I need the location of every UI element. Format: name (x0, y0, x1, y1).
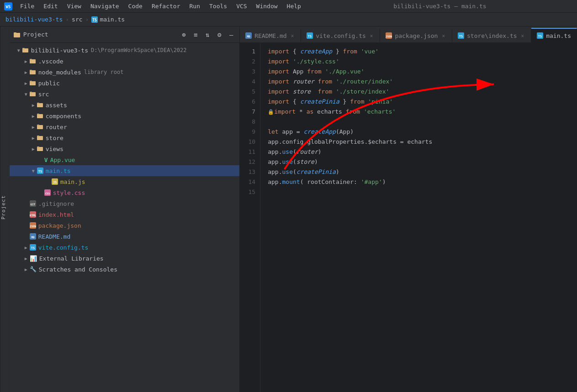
tree-item-style-css[interactable]: CSS style.css (10, 187, 239, 198)
menu-code[interactable]: Code (125, 2, 146, 10)
code-line-10: app.config.globalProperties.$echarts = e… (268, 137, 570, 147)
settings-icon[interactable]: ⚙ (215, 30, 224, 39)
code-line-4: import router from './router/index' (268, 77, 570, 87)
tree-item-app-vue[interactable]: V App.vue (10, 154, 239, 165)
code-line-3: import App from './App.vue' (268, 67, 570, 77)
app-logo: WS (4, 2, 13, 11)
src-arrow: ▼ (22, 92, 30, 97)
code-line-2: import './style.css' (268, 57, 570, 67)
tree-scratches[interactable]: ▶ 🔧 Scratches and Consoles (10, 264, 239, 275)
tree-item-vscode[interactable]: ▶ .vscode (10, 56, 239, 67)
tree-item-components[interactable]: ▶ components (10, 110, 239, 121)
locate-icon[interactable]: ⊕ (179, 30, 188, 39)
tree-external-libraries[interactable]: ▶ 📊 External Libraries (10, 253, 239, 264)
window-title: bilibili-vue3-ts – main.ts (307, 3, 573, 10)
menu-help[interactable]: Help (283, 2, 305, 10)
svg-text:MD: MD (31, 235, 35, 239)
svg-text:WS: WS (6, 5, 11, 9)
tree-item-gitignore[interactable]: GIT .gitignore (10, 198, 239, 209)
tree-root[interactable]: ▼ bilibili-vue3-ts D:\ProgramWorkSpace\I… (10, 45, 239, 56)
tree-item-package-json[interactable]: JSON package.json (10, 220, 239, 231)
breadcrumb-project[interactable]: bilibili-vue3-ts (5, 16, 63, 23)
tab-store-index[interactable]: TS store\index.ts ✕ (452, 29, 531, 42)
ext-libs-arrow: ▶ (22, 256, 30, 261)
menu-edit[interactable]: Edit (40, 2, 61, 10)
collapse-icon[interactable]: ≡ (191, 30, 200, 39)
line-num-15: 15 (240, 187, 255, 197)
tree-item-router[interactable]: ▶ router (10, 121, 239, 132)
line-num-8: 8 (240, 117, 255, 127)
line-num-1: 1 (240, 47, 255, 57)
scratches-arrow: ▶ (22, 267, 30, 272)
svg-text:TS: TS (538, 35, 542, 38)
style-css-label: style.css (53, 189, 85, 196)
tab-main-ts[interactable]: TS main.ts (531, 28, 577, 42)
node-modules-badge: library root (84, 69, 124, 75)
tree-item-node-modules[interactable]: ▶ node_modules library root (10, 67, 239, 78)
line-num-6: 6 (240, 97, 255, 107)
svg-rect-17 (37, 103, 39, 104)
close-panel-icon[interactable]: — (227, 30, 236, 39)
menu-file[interactable]: File (16, 2, 38, 10)
index-html-label: index.html (38, 211, 74, 218)
menu-window[interactable]: Window (253, 2, 281, 10)
svg-rect-23 (37, 136, 39, 137)
svg-rect-15 (30, 92, 32, 93)
tab-vite-config-label: vite.config.ts (316, 32, 366, 39)
tree-item-main-js[interactable]: JS main.js (10, 176, 239, 187)
tree-item-views[interactable]: ▶ views (10, 143, 239, 154)
tab-readme[interactable]: MD README.md ✕ (240, 29, 301, 42)
side-panel-label: Project (0, 26, 10, 392)
menu-vcs[interactable]: VCS (233, 2, 250, 10)
line-num-13: 13 (240, 167, 255, 177)
tree-item-src[interactable]: ▼ src (10, 89, 239, 99)
tab-package-json[interactable]: JSON package.json ✕ (380, 29, 452, 42)
readme-label: README.md (38, 233, 70, 240)
tab-vite-config-close[interactable]: ✕ (369, 32, 375, 39)
tree-item-assets[interactable]: ▶ assets (10, 99, 239, 110)
gitignore-label: .gitignore (38, 200, 74, 207)
app-vue-label: App.vue (50, 157, 75, 163)
tree-item-main-ts[interactable]: ▼ TS main.ts (10, 165, 239, 176)
src-label: src (38, 91, 49, 98)
tab-store-index-label: store\index.ts (467, 32, 517, 39)
tab-vite-config[interactable]: TS vite.config.ts ✕ (301, 29, 380, 42)
svg-rect-25 (37, 146, 39, 148)
tree-item-public[interactable]: ▶ public (10, 78, 239, 89)
main-js-label: main.js (60, 178, 85, 185)
tab-package-json-label: package.json (395, 32, 438, 39)
svg-rect-5 (14, 32, 16, 34)
svg-text:TS: TS (459, 35, 463, 38)
vite-config-label: vite.config.ts (38, 244, 89, 251)
code-content[interactable]: import { createApp } from 'vue' import '… (260, 43, 577, 392)
breadcrumb-src[interactable]: src (72, 16, 82, 23)
code-line-13: app.use(createPinia) (268, 167, 570, 177)
code-line-1: import { createApp } from 'vue' (268, 47, 570, 57)
tree-item-vite-config[interactable]: ▶ TS vite.config.ts (10, 242, 239, 253)
menu-run[interactable]: Run (186, 2, 204, 10)
breadcrumb-file: TS main.ts (91, 16, 125, 23)
main-layout: Project Project ⊕ ≡ ⇅ ⚙ — ▼ bilibili-vue… (0, 26, 577, 392)
tab-bar: MD README.md ✕ TS vite.config.ts ✕ JSON … (240, 26, 577, 43)
svg-text:MD: MD (247, 35, 251, 38)
menu-view[interactable]: View (64, 2, 85, 10)
vscode-arrow: ▶ (22, 59, 30, 64)
expand-icon[interactable]: ⇅ (203, 30, 212, 39)
menu-refactor[interactable]: Refactor (148, 2, 184, 10)
tab-package-json-close[interactable]: ✕ (440, 32, 446, 39)
tree-item-index-html[interactable]: HTML index.html (10, 209, 239, 220)
line-num-2: 2 (240, 57, 255, 67)
root-label: bilibili-vue3-ts (31, 47, 88, 54)
components-arrow: ▶ (30, 114, 37, 119)
code-line-6: import { createPinia } from 'pinia' (268, 97, 570, 107)
code-line-11: app.use(router) (268, 147, 570, 157)
tab-readme-close[interactable]: ✕ (290, 32, 296, 39)
tab-store-index-close[interactable]: ✕ (520, 32, 526, 39)
svg-text:HTML: HTML (30, 214, 36, 217)
menu-navigate[interactable]: Navigate (87, 2, 123, 10)
ext-libs-label: External Libraries (39, 255, 104, 262)
tree-item-store[interactable]: ▶ store (10, 132, 239, 143)
tree-item-readme[interactable]: MD README.md (10, 231, 239, 242)
line-num-14: 14 (240, 177, 255, 187)
menu-tools[interactable]: Tools (206, 2, 231, 10)
